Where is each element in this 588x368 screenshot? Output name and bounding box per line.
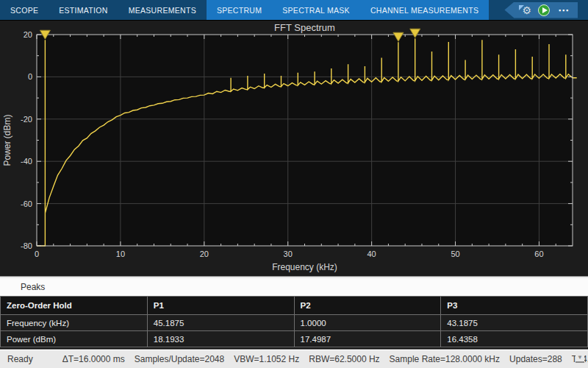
run-button[interactable]	[538, 4, 550, 16]
status-updates: Updates=288	[509, 354, 562, 364]
fft-spectrum-panel: 0102030405060200-20-40-60-80FFT Spectrum…	[0, 21, 588, 276]
status-delta-t: ΔT=16.0000 ms	[62, 354, 125, 364]
fft-spectrum-chart[interactable]: 0102030405060200-20-40-60-80FFT Spectrum…	[0, 21, 588, 276]
svg-text:-20: -20	[21, 115, 32, 124]
svg-text:Power (dBm): Power (dBm)	[2, 114, 12, 166]
peaks-frequency-row: Frequency (kHz) 45.1875 1.0000 43.1875	[1, 315, 588, 331]
peaks-panel-title: Peaks	[21, 282, 45, 292]
svg-text:10: 10	[116, 250, 125, 258]
svg-text:-40: -40	[21, 157, 32, 166]
play-icon	[542, 7, 548, 13]
status-vbw: VBW=1.1052 Hz	[234, 354, 299, 364]
p1-frequency-value: 45.1875	[147, 315, 294, 331]
peaks-col-p2: P2	[294, 297, 441, 315]
p2-frequency-value: 1.0000	[294, 315, 441, 331]
svg-text:Frequency (kHz): Frequency (kHz)	[272, 262, 337, 272]
peaks-panel-header: Peaks	[0, 278, 588, 296]
svg-text:20: 20	[200, 250, 209, 258]
svg-text:-80: -80	[21, 241, 32, 250]
svg-text:30: 30	[284, 250, 293, 258]
tab-measurements[interactable]: MEASUREMENTS	[118, 0, 207, 20]
peaks-col-p3: P3	[441, 297, 588, 315]
peaks-col-p1: P1	[147, 297, 294, 315]
svg-text:0: 0	[28, 72, 32, 81]
svg-text:FFT Spectrum: FFT Spectrum	[274, 22, 335, 33]
svg-text:0: 0	[35, 250, 39, 258]
statusbar-dock-icon[interactable]: ▼	[576, 355, 584, 363]
context-tab-group: SPECTRUM SPECTRAL MASK CHANNEL MEASUREME…	[207, 0, 489, 20]
peaks-power-row: Power (dBm) 18.1933 17.4987 16.4358	[1, 331, 588, 347]
svg-text:-60: -60	[21, 199, 32, 208]
p3-power-value: 16.4358	[441, 331, 588, 347]
peaks-table-container: Zero-Order Hold P1 P2 P3 Frequency (kHz)…	[0, 296, 588, 349]
row-label: Power (dBm)	[1, 331, 148, 347]
status-bar: Ready ΔT=16.0000 ms Samples/Update=2048 …	[0, 349, 588, 368]
p3-frequency-value: 43.1875	[441, 315, 588, 331]
tab-channel-measurements[interactable]: CHANNEL MEASUREMENTS	[360, 0, 489, 20]
gear-accent-icon	[519, 5, 524, 10]
row-label: Frequency (kHz)	[1, 315, 148, 331]
svg-text:50: 50	[451, 250, 459, 258]
status-samples-per-update: Samples/Update=2048	[135, 354, 224, 364]
quick-access-banner: ⚙ ⋯	[504, 2, 578, 18]
spectrum-analyzer-window: SCOPE ESTIMATION MEASUREMENTS SPECTRUM S…	[0, 0, 588, 368]
svg-text:60: 60	[534, 250, 543, 258]
tab-estimation[interactable]: ESTIMATION	[49, 0, 118, 20]
svg-text:40: 40	[368, 250, 376, 258]
more-options-button[interactable]: ⋯	[556, 4, 570, 15]
tab-scope[interactable]: SCOPE	[0, 0, 49, 20]
toolstrip-tab-bar: SCOPE ESTIMATION MEASUREMENTS SPECTRUM S…	[0, 0, 588, 21]
status-rbw: RBW=62.5000 Hz	[309, 354, 379, 364]
peaks-table: Zero-Order Hold P1 P2 P3 Frequency (kHz)…	[0, 296, 588, 347]
tab-spectral-mask[interactable]: SPECTRAL MASK	[272, 0, 360, 20]
tab-spectrum[interactable]: SPECTRUM	[207, 0, 272, 20]
p2-power-value: 17.4987	[294, 331, 441, 347]
svg-text:20: 20	[24, 30, 32, 39]
status-sample-rate: Sample Rate=128.0000 kHz	[390, 354, 500, 364]
settings-gear-icon[interactable]: ⚙	[522, 5, 531, 15]
peaks-col-channel: Zero-Order Hold	[1, 297, 148, 315]
toolbar-quick-actions: ⚙ ⋯	[504, 0, 588, 20]
status-ready-label: Ready	[7, 354, 33, 364]
p1-power-value: 18.1933	[147, 331, 294, 347]
peaks-table-header-row: Zero-Order Hold P1 P2 P3	[1, 297, 588, 315]
